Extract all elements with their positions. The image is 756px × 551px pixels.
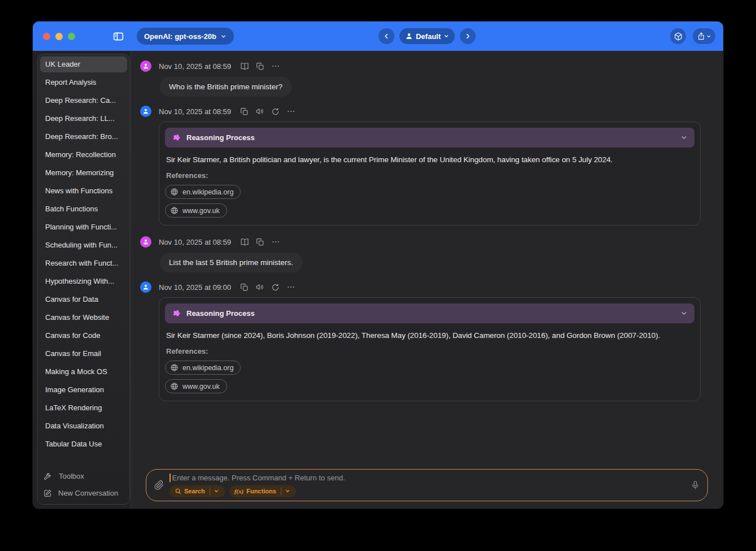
search-tool-button[interactable]: Search (170, 485, 225, 497)
artifacts-button[interactable] (670, 28, 686, 44)
book-icon[interactable] (240, 237, 249, 246)
user-avatar (140, 236, 151, 248)
attach-button[interactable] (154, 480, 164, 491)
copy-icon[interactable] (256, 62, 264, 71)
reasoning-process-label: Reasoning Process (186, 309, 255, 318)
copy-icon[interactable] (256, 238, 264, 246)
assistant-avatar (140, 106, 151, 117)
assistant-message-card: Reasoning ProcessSir Keir Starmer, a Bri… (159, 122, 701, 225)
traffic-lights (43, 33, 75, 40)
assistant-message-card: Reasoning ProcessSir Keir Starmer (since… (159, 297, 701, 401)
copy-icon[interactable] (240, 107, 249, 116)
composer[interactable]: Enter a message. Press Command + Return … (146, 469, 708, 501)
chevron-down-icon (706, 34, 711, 39)
message-timestamp: Nov 10, 2025 at 09:00 (159, 283, 231, 292)
speaker-icon[interactable] (255, 107, 264, 116)
chevron-down-icon[interactable] (210, 488, 223, 494)
sidebar-item[interactable]: Canvas for Email (40, 346, 127, 362)
user-avatar (140, 60, 151, 72)
sidebar-item[interactable]: Batch Functions (40, 201, 127, 217)
reasoning-process-toggle[interactable]: Reasoning Process (165, 303, 694, 323)
sidebar-item[interactable]: Deep Research: LL... (40, 111, 127, 127)
sidebar-item[interactable]: News with Functions (40, 183, 127, 199)
chevron-left-icon (383, 32, 390, 40)
message-header: Nov 10, 2025 at 08:59 (140, 236, 712, 248)
sidebar-item[interactable]: Image Generation (40, 382, 127, 398)
app-window: OpenAI: gpt-oss-20b Default (33, 21, 723, 509)
sidebar-footer-label: New Conversation (58, 489, 118, 497)
chat-pane: Nov 10, 2025 at 08:59Who is the British … (131, 51, 723, 509)
ellipsis-icon[interactable] (271, 62, 280, 71)
reasoning-process-toggle[interactable]: Reasoning Process (165, 128, 694, 147)
references-label: References: (166, 171, 693, 180)
chevron-down-icon (444, 33, 449, 39)
profile-selector[interactable]: Default (399, 28, 455, 44)
reference-list: en.wikipedia.orgwww.gov.uk (165, 185, 694, 218)
message-timestamp: Nov 10, 2025 at 08:59 (159, 238, 231, 246)
reference-chip[interactable]: en.wikipedia.org (165, 361, 241, 375)
assistant-answer: Sir Keir Starmer (since 2024), Boris Joh… (166, 331, 693, 340)
minimize-window-button[interactable] (55, 33, 63, 40)
sidebar-toggle-button[interactable] (112, 31, 124, 42)
nav-back-button[interactable] (379, 28, 394, 44)
sidebar-item[interactable]: UK Leader (40, 57, 127, 72)
ellipsis-icon[interactable] (286, 283, 296, 292)
reference-url: www.gov.uk (183, 207, 220, 215)
sidebar-footer: ToolboxNew Conversation (40, 469, 127, 502)
person-icon (405, 32, 413, 40)
sidebar-item[interactable]: Hypothesizing With... (40, 274, 127, 289)
nav-forward-button[interactable] (460, 28, 476, 44)
tool-button-label: Functions (244, 488, 281, 494)
composer-main: Enter a message. Press Command + Return … (170, 474, 685, 497)
reference-chip[interactable]: en.wikipedia.org (165, 185, 241, 199)
message-header: Nov 10, 2025 at 09:00 (140, 281, 712, 293)
chevron-down-icon (680, 310, 688, 317)
sidebar-footer-label: Toolbox (59, 472, 84, 480)
speaker-icon[interactable] (255, 283, 264, 292)
message-input[interactable]: Enter a message. Press Command + Return … (170, 474, 685, 482)
sidebar-item[interactable]: Canvas for Code (40, 328, 127, 344)
close-window-button[interactable] (43, 33, 50, 40)
titlebar-right-group (670, 28, 715, 44)
ellipsis-icon[interactable] (271, 237, 280, 246)
model-selector-label: OpenAI: gpt-oss-20b (144, 32, 216, 41)
sidebar-item[interactable]: Canvas for Data (40, 292, 127, 307)
regenerate-icon[interactable] (271, 107, 280, 116)
sidebar-item[interactable]: Deep Research: Bro... (40, 129, 127, 145)
sidebar-region: UK LeaderReport AnalysisDeep Research: C… (33, 51, 131, 509)
sidebar-item[interactable]: Tabular Data Use (40, 436, 127, 452)
microphone-button[interactable] (690, 480, 700, 490)
sidebar-item[interactable]: LaTeX Rendering (40, 400, 127, 416)
sidebar-item[interactable]: Memory: Memorizing (40, 165, 127, 181)
model-selector[interactable]: OpenAI: gpt-oss-20b (137, 28, 234, 45)
assistant-avatar (140, 281, 151, 293)
message-list: Nov 10, 2025 at 08:59Who is the British … (131, 51, 723, 465)
reference-chip[interactable]: www.gov.uk (165, 203, 227, 218)
sidebar-item[interactable]: Report Analysis (40, 75, 127, 90)
new-conversation-button[interactable]: New Conversation (44, 489, 124, 497)
zoom-window-button[interactable] (68, 33, 75, 40)
functions-tool-button[interactable]: f(x)Functions (229, 485, 296, 497)
toolbox-button[interactable]: Toolbox (44, 471, 124, 480)
book-icon[interactable] (240, 62, 249, 71)
message-header: Nov 10, 2025 at 08:59 (140, 60, 712, 72)
message-actions (240, 107, 296, 116)
sidebar-item[interactable]: Scheduling with Fun... (40, 237, 127, 253)
copy-icon[interactable] (240, 283, 249, 292)
regenerate-icon[interactable] (271, 283, 280, 292)
share-button[interactable] (693, 28, 715, 44)
reasoning-process-label: Reasoning Process (186, 133, 255, 142)
sidebar-item[interactable]: Canvas for Website (40, 310, 127, 326)
sidebar-item[interactable]: Planning with Functi... (40, 219, 127, 235)
ellipsis-icon[interactable] (286, 107, 296, 116)
sidebar-item[interactable]: Making a Mock OS (40, 364, 127, 380)
sidebar-item[interactable]: Data Visualization (40, 418, 127, 434)
sidebar-item[interactable]: Research with Funct... (40, 255, 127, 271)
globe-icon (170, 363, 179, 372)
message-timestamp: Nov 10, 2025 at 08:59 (159, 62, 231, 71)
sidebar-item[interactable]: Deep Research: Ca... (40, 93, 127, 109)
chevron-down-icon[interactable] (281, 488, 294, 494)
reference-url: www.gov.uk (183, 383, 220, 391)
sidebar-item[interactable]: Memory: Recollection (40, 147, 127, 163)
reference-chip[interactable]: www.gov.uk (165, 379, 227, 393)
